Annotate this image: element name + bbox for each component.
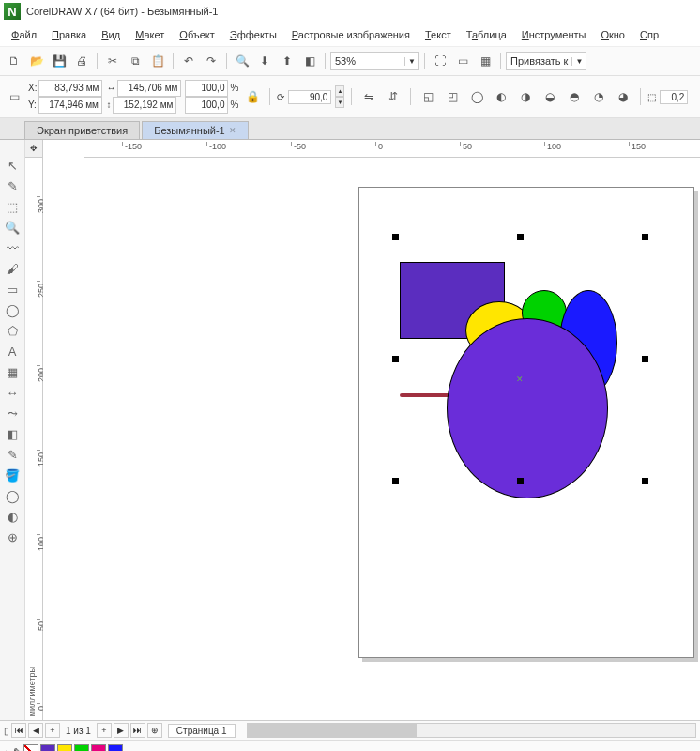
zoom-tool-icon[interactable]: 🔍 — [4, 219, 21, 236]
search-icon[interactable]: 🔍 — [232, 51, 252, 71]
x-value[interactable]: 83,793 мм — [38, 80, 102, 97]
close-tab-icon[interactable]: ✕ — [229, 126, 236, 135]
tab-document[interactable]: Безымянный-1✕ — [142, 121, 249, 139]
rectangle-tool-icon[interactable]: ▭ — [4, 281, 21, 298]
snap-combo[interactable]: Привязать к ▼ — [506, 52, 586, 70]
transparency-tool-icon[interactable]: ◐ — [4, 508, 21, 525]
menu-effects[interactable]: Эффекты — [222, 27, 284, 42]
selection-handle[interactable] — [642, 478, 648, 484]
back-minus-icon[interactable]: ◔ — [588, 86, 609, 107]
selection-handle[interactable] — [642, 356, 648, 362]
add-after-button[interactable]: + — [97, 723, 112, 738]
eyedropper-tool-icon[interactable]: ✎ — [4, 446, 21, 463]
ellipse-tool-icon[interactable]: ◯ — [4, 301, 21, 318]
zoom-combo[interactable]: 53% ▼ — [330, 52, 419, 70]
menu-tools[interactable]: Инструменты — [514, 27, 594, 42]
chevron-down-icon[interactable]: ▼ — [404, 57, 418, 66]
prev-page-button[interactable]: ◀ — [28, 723, 43, 738]
undo-icon[interactable]: ↶ — [178, 51, 199, 71]
selection-handle[interactable] — [392, 478, 399, 484]
outline-tool-icon[interactable]: ◯ — [4, 487, 21, 504]
eyedropper-icon[interactable]: ✎ — [13, 746, 22, 752]
horizontal-scrollbar[interactable] — [247, 723, 696, 738]
selection-handle[interactable] — [642, 234, 648, 240]
mirror-v-icon[interactable]: ⇵ — [383, 86, 403, 107]
outline-value[interactable]: 0,2 — [660, 90, 688, 104]
crop-tool-icon[interactable]: ⬚ — [4, 198, 21, 215]
effects-tool-icon[interactable]: ◧ — [4, 425, 21, 442]
menu-help[interactable]: Спр — [632, 27, 666, 42]
ruler-origin-icon[interactable]: ✥ — [25, 140, 43, 158]
copy-icon[interactable]: ⧉ — [125, 51, 145, 71]
color-swatch[interactable] — [74, 744, 89, 751]
import-icon[interactable]: ⬇ — [254, 51, 275, 71]
weld-icon[interactable]: ◯ — [466, 86, 487, 107]
artistic-tool-icon[interactable]: 🖌 — [4, 260, 21, 277]
rulers-icon[interactable]: ▭ — [452, 51, 473, 71]
menu-object[interactable]: Объект — [172, 27, 221, 42]
menu-view[interactable]: Вид — [94, 27, 128, 42]
pick-tool-icon[interactable]: ↖ — [4, 157, 21, 174]
open-icon[interactable]: 📂 — [26, 51, 47, 71]
menu-bitmap[interactable]: Растровые изображения — [284, 27, 418, 42]
order-front-icon[interactable]: ◱ — [418, 86, 438, 107]
trim-icon[interactable]: ◐ — [491, 86, 511, 107]
new-doc-icon[interactable]: 🗋 — [4, 51, 24, 71]
scale-y-value[interactable]: 100,0 — [185, 97, 228, 114]
no-fill-swatch[interactable] — [23, 744, 38, 751]
first-page-button[interactable]: ⏮ — [11, 723, 26, 738]
purple-ellipse-shape[interactable] — [447, 318, 608, 498]
freehand-tool-icon[interactable]: 〰 — [4, 239, 21, 256]
next-page-button[interactable]: ▶ — [114, 723, 129, 738]
selection-handle[interactable] — [392, 356, 399, 362]
save-icon[interactable]: 💾 — [49, 51, 69, 71]
selection-handle[interactable] — [517, 234, 524, 240]
boundary-icon[interactable]: ◕ — [613, 86, 633, 107]
color-swatch[interactable] — [108, 744, 123, 751]
color-swatch[interactable] — [91, 744, 106, 751]
intersect-icon[interactable]: ◑ — [515, 86, 536, 107]
color-swatch[interactable] — [57, 744, 72, 751]
last-page-button[interactable]: ⏭ — [130, 723, 145, 738]
rotation-value[interactable]: 90,0 — [288, 90, 331, 104]
print-icon[interactable]: 🖨 — [71, 51, 92, 71]
add-page-button[interactable]: ⊕ — [147, 723, 162, 738]
cut-icon[interactable]: ✂ — [102, 51, 123, 71]
shape-tool-icon[interactable]: ✎ — [4, 177, 21, 194]
scale-x-value[interactable]: 100,0 — [185, 80, 228, 97]
export-icon[interactable]: ⬆ — [277, 51, 297, 71]
fullscreen-icon[interactable]: ⛶ — [430, 51, 450, 71]
simplify-icon[interactable]: ◒ — [540, 86, 560, 107]
publish-icon[interactable]: ◧ — [299, 51, 320, 71]
page-tab[interactable]: Страница 1 — [168, 724, 236, 738]
lock-ratio-icon[interactable]: 🔒 — [242, 86, 263, 107]
mirror-h-icon[interactable]: ⇋ — [358, 86, 379, 107]
grid-icon[interactable]: ▦ — [475, 51, 495, 71]
menu-text[interactable]: Текст — [418, 27, 459, 42]
selection-handle[interactable] — [392, 234, 399, 240]
menu-bar[interactable]: Файл Правка Вид Макет Объект Эффекты Рас… — [0, 23, 700, 47]
table-tool-icon[interactable]: ▦ — [4, 363, 21, 380]
menu-edit[interactable]: Правка — [44, 27, 94, 42]
quick-customize-icon[interactable]: ⊕ — [4, 529, 21, 545]
page-icon[interactable]: ▭ — [4, 86, 24, 107]
paste-icon[interactable]: 📋 — [147, 51, 168, 71]
height-value[interactable]: 152,192 мм — [113, 97, 176, 114]
tab-welcome[interactable]: Экран приветствия — [24, 121, 140, 139]
connector-tool-icon[interactable]: ⤳ — [4, 405, 21, 421]
fill-tool-icon[interactable]: 🪣 — [4, 467, 21, 483]
text-tool-icon[interactable]: A — [4, 343, 21, 360]
menu-layout[interactable]: Макет — [128, 27, 172, 42]
chevron-down-icon[interactable]: ▼ — [571, 57, 586, 66]
canvas-area[interactable]: -150 -100 -50 0 50 100 150 200 ✕ — [43, 140, 700, 720]
add-before-button[interactable]: + — [45, 723, 60, 738]
color-swatch[interactable] — [40, 744, 55, 751]
dimension-tool-icon[interactable]: ↔ — [4, 384, 21, 401]
scrollbar-thumb[interactable] — [248, 724, 417, 737]
front-minus-icon[interactable]: ◓ — [564, 86, 585, 107]
menu-window[interactable]: Окно — [593, 27, 632, 42]
polygon-tool-icon[interactable]: ⬠ — [4, 322, 21, 339]
arrow-right-icon[interactable]: ▸ — [6, 746, 11, 752]
order-back-icon[interactable]: ◰ — [442, 86, 463, 107]
width-value[interactable]: 145,706 мм — [117, 80, 181, 97]
